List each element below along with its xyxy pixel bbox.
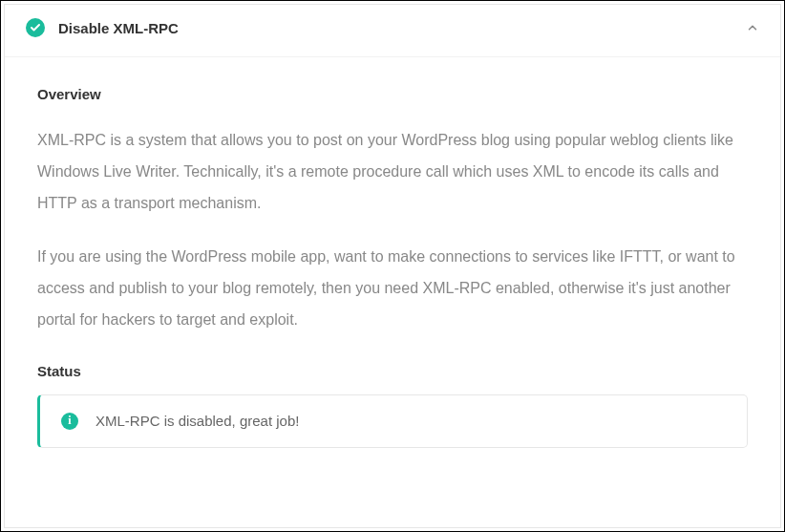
check-circle-icon bbox=[26, 18, 45, 37]
chevron-up-icon bbox=[746, 21, 759, 34]
overview-paragraph-2: If you are using the WordPress mobile ap… bbox=[37, 242, 748, 335]
panel-body: Overview XML-RPC is a system that allows… bbox=[5, 56, 780, 527]
status-heading: Status bbox=[37, 363, 748, 379]
panel-header[interactable]: Disable XML-RPC bbox=[5, 5, 780, 51]
panel-title: Disable XML-RPC bbox=[58, 20, 746, 36]
overview-paragraph-1: XML-RPC is a system that allows you to p… bbox=[37, 125, 748, 219]
disable-xml-rpc-panel: Disable XML-RPC Overview XML-RPC is a sy… bbox=[4, 4, 781, 528]
overview-heading: Overview bbox=[37, 86, 748, 102]
status-message: XML-RPC is disabled, great job! bbox=[95, 413, 299, 429]
info-icon: i bbox=[61, 413, 78, 430]
status-box: i XML-RPC is disabled, great job! bbox=[37, 394, 748, 448]
